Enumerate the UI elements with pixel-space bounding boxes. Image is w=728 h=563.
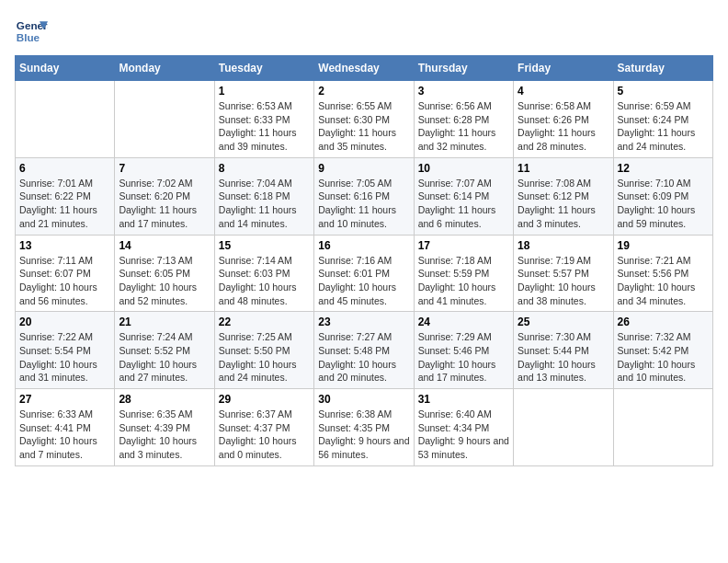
day-number: 28 xyxy=(119,393,210,406)
day-info: Sunrise: 7:04 AMSunset: 6:18 PMDaylight:… xyxy=(219,177,310,231)
calendar-week-row: 27Sunrise: 6:33 AMSunset: 4:41 PMDayligh… xyxy=(16,389,713,466)
calendar-day-28: 28Sunrise: 6:35 AMSunset: 4:39 PMDayligh… xyxy=(115,389,214,466)
day-info: Sunrise: 7:25 AMSunset: 5:50 PMDaylight:… xyxy=(219,330,310,385)
calendar-day-4: 4Sunrise: 6:58 AMSunset: 6:26 PMDaylight… xyxy=(514,81,613,158)
empty-cell xyxy=(115,81,214,158)
day-number: 12 xyxy=(618,162,709,175)
header-sunday: Sunday xyxy=(16,56,115,81)
day-number: 10 xyxy=(418,162,509,175)
day-number: 31 xyxy=(418,393,509,406)
calendar-day-10: 10Sunrise: 7:07 AMSunset: 6:14 PMDayligh… xyxy=(414,157,513,235)
day-info: Sunrise: 7:05 AMSunset: 6:16 PMDaylight:… xyxy=(318,177,409,231)
day-info: Sunrise: 6:53 AMSunset: 6:33 PMDaylight:… xyxy=(219,99,310,154)
day-number: 1 xyxy=(219,85,310,98)
day-info: Sunrise: 7:01 AMSunset: 6:22 PMDaylight:… xyxy=(19,177,110,231)
day-info: Sunrise: 7:18 AMSunset: 5:59 PMDaylight:… xyxy=(418,254,509,308)
day-info: Sunrise: 7:30 AMSunset: 5:44 PMDaylight:… xyxy=(518,330,609,385)
calendar-day-26: 26Sunrise: 7:32 AMSunset: 5:42 PMDayligh… xyxy=(613,312,712,389)
day-info: Sunrise: 6:37 AMSunset: 4:37 PMDaylight:… xyxy=(219,408,310,462)
calendar-week-row: 6Sunrise: 7:01 AMSunset: 6:22 PMDaylight… xyxy=(16,157,713,235)
day-info: Sunrise: 6:38 AMSunset: 4:35 PMDaylight:… xyxy=(318,408,409,462)
day-number: 21 xyxy=(119,316,210,328)
day-info: Sunrise: 6:56 AMSunset: 6:28 PMDaylight:… xyxy=(418,99,509,154)
day-number: 7 xyxy=(119,162,210,175)
day-number: 30 xyxy=(318,393,409,406)
day-number: 3 xyxy=(418,85,509,98)
calendar-week-row: 1Sunrise: 6:53 AMSunset: 6:33 PMDaylight… xyxy=(16,81,713,158)
day-number: 17 xyxy=(418,239,509,252)
day-number: 16 xyxy=(318,239,409,252)
empty-cell xyxy=(16,81,115,158)
calendar-week-row: 13Sunrise: 7:11 AMSunset: 6:07 PMDayligh… xyxy=(16,235,713,312)
calendar-day-23: 23Sunrise: 7:27 AMSunset: 5:48 PMDayligh… xyxy=(314,312,414,389)
calendar-day-3: 3Sunrise: 6:56 AMSunset: 6:28 PMDaylight… xyxy=(414,81,513,158)
empty-cell xyxy=(613,389,712,466)
day-info: Sunrise: 7:10 AMSunset: 6:09 PMDaylight:… xyxy=(618,177,709,231)
calendar-day-19: 19Sunrise: 7:21 AMSunset: 5:56 PMDayligh… xyxy=(613,235,712,312)
day-number: 9 xyxy=(318,162,409,175)
day-number: 2 xyxy=(318,85,409,98)
day-number: 25 xyxy=(518,316,609,328)
logo: General Blue xyxy=(15,15,48,48)
svg-text:Blue: Blue xyxy=(17,31,40,43)
day-number: 11 xyxy=(518,162,609,175)
calendar-day-27: 27Sunrise: 6:33 AMSunset: 4:41 PMDayligh… xyxy=(16,389,115,466)
calendar-day-11: 11Sunrise: 7:08 AMSunset: 6:12 PMDayligh… xyxy=(514,157,613,235)
calendar-day-8: 8Sunrise: 7:04 AMSunset: 6:18 PMDaylight… xyxy=(214,157,313,235)
day-info: Sunrise: 7:22 AMSunset: 5:54 PMDaylight:… xyxy=(19,330,110,385)
day-number: 8 xyxy=(219,162,310,175)
header-monday: Monday xyxy=(115,56,214,81)
page-header: General Blue xyxy=(15,15,713,48)
day-number: 18 xyxy=(518,239,609,252)
day-number: 22 xyxy=(219,316,310,328)
calendar-day-6: 6Sunrise: 7:01 AMSunset: 6:22 PMDaylight… xyxy=(16,157,115,235)
day-info: Sunrise: 6:40 AMSunset: 4:34 PMDaylight:… xyxy=(418,408,509,462)
calendar-day-7: 7Sunrise: 7:02 AMSunset: 6:20 PMDaylight… xyxy=(115,157,214,235)
day-number: 26 xyxy=(618,316,709,328)
calendar-day-9: 9Sunrise: 7:05 AMSunset: 6:16 PMDaylight… xyxy=(314,157,414,235)
calendar-day-25: 25Sunrise: 7:30 AMSunset: 5:44 PMDayligh… xyxy=(514,312,613,389)
day-number: 27 xyxy=(19,393,110,406)
day-info: Sunrise: 7:07 AMSunset: 6:14 PMDaylight:… xyxy=(418,177,509,231)
day-number: 5 xyxy=(618,85,709,98)
calendar-day-22: 22Sunrise: 7:25 AMSunset: 5:50 PMDayligh… xyxy=(214,312,313,389)
header-friday: Friday xyxy=(514,56,613,81)
calendar-day-31: 31Sunrise: 6:40 AMSunset: 4:34 PMDayligh… xyxy=(414,389,513,466)
day-info: Sunrise: 7:29 AMSunset: 5:46 PMDaylight:… xyxy=(418,330,509,385)
day-info: Sunrise: 6:55 AMSunset: 6:30 PMDaylight:… xyxy=(318,99,409,154)
day-info: Sunrise: 7:14 AMSunset: 6:03 PMDaylight:… xyxy=(219,254,310,308)
day-info: Sunrise: 7:21 AMSunset: 5:56 PMDaylight:… xyxy=(618,254,709,308)
header-saturday: Saturday xyxy=(613,56,712,81)
day-info: Sunrise: 7:19 AMSunset: 5:57 PMDaylight:… xyxy=(518,254,609,308)
calendar-day-14: 14Sunrise: 7:13 AMSunset: 6:05 PMDayligh… xyxy=(115,235,214,312)
day-info: Sunrise: 6:59 AMSunset: 6:24 PMDaylight:… xyxy=(618,99,709,154)
calendar-day-30: 30Sunrise: 6:38 AMSunset: 4:35 PMDayligh… xyxy=(314,389,414,466)
calendar-week-row: 20Sunrise: 7:22 AMSunset: 5:54 PMDayligh… xyxy=(16,312,713,389)
day-info: Sunrise: 7:11 AMSunset: 6:07 PMDaylight:… xyxy=(19,254,110,308)
day-number: 6 xyxy=(19,162,110,175)
day-number: 15 xyxy=(219,239,310,252)
day-info: Sunrise: 6:58 AMSunset: 6:26 PMDaylight:… xyxy=(518,99,609,154)
calendar-day-5: 5Sunrise: 6:59 AMSunset: 6:24 PMDaylight… xyxy=(613,81,712,158)
calendar-day-21: 21Sunrise: 7:24 AMSunset: 5:52 PMDayligh… xyxy=(115,312,214,389)
calendar-day-16: 16Sunrise: 7:16 AMSunset: 6:01 PMDayligh… xyxy=(314,235,414,312)
calendar-day-18: 18Sunrise: 7:19 AMSunset: 5:57 PMDayligh… xyxy=(514,235,613,312)
calendar-day-1: 1Sunrise: 6:53 AMSunset: 6:33 PMDaylight… xyxy=(214,81,313,158)
header-tuesday: Tuesday xyxy=(214,56,313,81)
calendar-header-row: SundayMondayTuesdayWednesdayThursdayFrid… xyxy=(16,56,713,81)
empty-cell xyxy=(514,389,613,466)
day-info: Sunrise: 6:33 AMSunset: 4:41 PMDaylight:… xyxy=(19,408,110,462)
calendar-day-20: 20Sunrise: 7:22 AMSunset: 5:54 PMDayligh… xyxy=(16,312,115,389)
day-number: 14 xyxy=(119,239,210,252)
day-number: 23 xyxy=(318,316,409,328)
calendar-day-13: 13Sunrise: 7:11 AMSunset: 6:07 PMDayligh… xyxy=(16,235,115,312)
day-number: 4 xyxy=(518,85,609,98)
calendar-day-24: 24Sunrise: 7:29 AMSunset: 5:46 PMDayligh… xyxy=(414,312,513,389)
day-info: Sunrise: 7:08 AMSunset: 6:12 PMDaylight:… xyxy=(518,177,609,231)
day-number: 20 xyxy=(19,316,110,328)
calendar-day-12: 12Sunrise: 7:10 AMSunset: 6:09 PMDayligh… xyxy=(613,157,712,235)
header-wednesday: Wednesday xyxy=(314,56,414,81)
day-info: Sunrise: 7:27 AMSunset: 5:48 PMDaylight:… xyxy=(318,330,409,385)
day-info: Sunrise: 6:35 AMSunset: 4:39 PMDaylight:… xyxy=(119,408,210,462)
logo-icon: General Blue xyxy=(15,15,48,48)
